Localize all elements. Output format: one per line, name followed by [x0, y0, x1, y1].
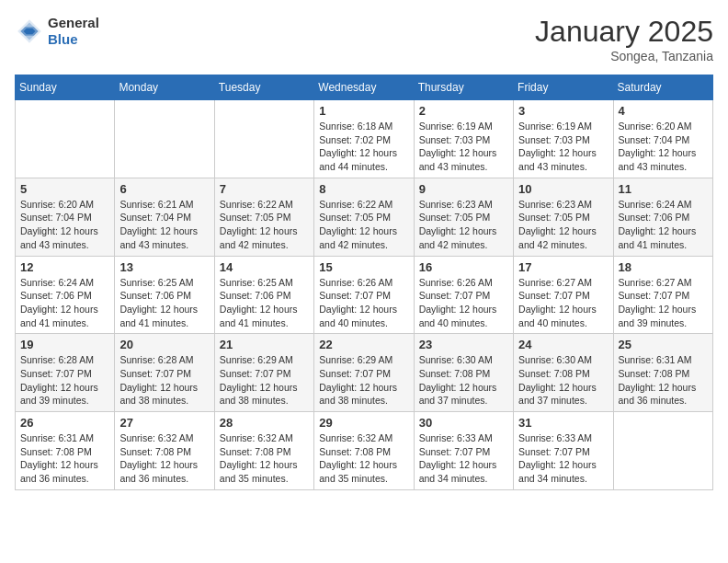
day-info: Sunrise: 6:26 AM Sunset: 7:07 PM Dayligh… — [319, 276, 408, 330]
day-number: 27 — [119, 416, 209, 430]
day-number: 28 — [220, 416, 309, 430]
day-number: 20 — [119, 338, 209, 351]
header-thursday: Thursday — [414, 75, 513, 100]
calendar-cell: 25Sunrise: 6:31 AM Sunset: 7:08 PM Dayli… — [613, 334, 712, 412]
header-saturday: Saturday — [613, 75, 712, 100]
calendar-week-1: 1Sunrise: 6:18 AM Sunset: 7:02 PM Daylig… — [16, 100, 713, 178]
day-info: Sunrise: 6:30 AM Sunset: 7:08 PM Dayligh… — [419, 353, 508, 408]
day-number: 18 — [619, 260, 708, 274]
month-title: January 2025 — [535, 15, 713, 49]
day-info: Sunrise: 6:29 AM Sunset: 7:07 PM Dayligh… — [319, 353, 408, 408]
day-number: 15 — [319, 260, 408, 274]
day-number: 22 — [319, 338, 408, 351]
day-number: 31 — [518, 416, 608, 430]
day-info: Sunrise: 6:26 AM Sunset: 7:07 PM Dayligh… — [419, 276, 508, 330]
day-info: Sunrise: 6:29 AM Sunset: 7:07 PM Dayligh… — [220, 353, 309, 408]
location: Songea, Tanzania — [535, 49, 713, 63]
day-number: 11 — [619, 182, 708, 196]
calendar-cell: 16Sunrise: 6:26 AM Sunset: 7:07 PM Dayli… — [414, 256, 513, 334]
day-info: Sunrise: 6:32 AM Sunset: 7:08 PM Dayligh… — [119, 431, 209, 486]
calendar-cell: 22Sunrise: 6:29 AM Sunset: 7:07 PM Dayli… — [314, 334, 414, 412]
calendar-cell: 19Sunrise: 6:28 AM Sunset: 7:07 PM Dayli… — [16, 334, 115, 412]
day-info: Sunrise: 6:27 AM Sunset: 7:07 PM Dayligh… — [619, 276, 708, 330]
calendar-cell: 6Sunrise: 6:21 AM Sunset: 7:04 PM Daylig… — [115, 178, 214, 256]
day-number: 13 — [119, 260, 209, 274]
day-info: Sunrise: 6:28 AM Sunset: 7:07 PM Dayligh… — [20, 353, 109, 408]
calendar-cell — [16, 100, 115, 178]
calendar-cell — [613, 412, 712, 490]
calendar-cell: 23Sunrise: 6:30 AM Sunset: 7:08 PM Dayli… — [414, 334, 513, 412]
day-info: Sunrise: 6:33 AM Sunset: 7:07 PM Dayligh… — [419, 431, 508, 486]
calendar-week-5: 26Sunrise: 6:31 AM Sunset: 7:08 PM Dayli… — [16, 412, 713, 490]
day-info: Sunrise: 6:24 AM Sunset: 7:06 PM Dayligh… — [20, 276, 109, 330]
calendar-cell: 30Sunrise: 6:33 AM Sunset: 7:07 PM Dayli… — [414, 412, 513, 490]
day-number: 8 — [319, 182, 408, 196]
header-monday: Monday — [115, 75, 214, 100]
calendar-cell: 1Sunrise: 6:18 AM Sunset: 7:02 PM Daylig… — [314, 100, 414, 178]
day-info: Sunrise: 6:22 AM Sunset: 7:05 PM Dayligh… — [220, 198, 309, 252]
day-info: Sunrise: 6:27 AM Sunset: 7:07 PM Dayligh… — [518, 276, 608, 330]
day-info: Sunrise: 6:23 AM Sunset: 7:05 PM Dayligh… — [419, 198, 508, 252]
day-number: 9 — [419, 182, 508, 196]
day-number: 23 — [419, 338, 508, 351]
calendar-cell: 7Sunrise: 6:22 AM Sunset: 7:05 PM Daylig… — [214, 178, 313, 256]
day-number: 25 — [619, 338, 708, 351]
day-number: 16 — [419, 260, 508, 274]
calendar-cell: 17Sunrise: 6:27 AM Sunset: 7:07 PM Dayli… — [514, 256, 613, 334]
calendar-cell: 4Sunrise: 6:20 AM Sunset: 7:04 PM Daylig… — [613, 100, 712, 178]
calendar-cell: 26Sunrise: 6:31 AM Sunset: 7:08 PM Dayli… — [16, 412, 115, 490]
day-number: 14 — [220, 260, 309, 274]
calendar-cell — [115, 100, 214, 178]
day-info: Sunrise: 6:24 AM Sunset: 7:06 PM Dayligh… — [619, 198, 708, 252]
logo-text: General Blue — [48, 15, 99, 48]
calendar-cell: 9Sunrise: 6:23 AM Sunset: 7:05 PM Daylig… — [414, 178, 513, 256]
day-info: Sunrise: 6:25 AM Sunset: 7:06 PM Dayligh… — [220, 276, 309, 330]
calendar-cell: 15Sunrise: 6:26 AM Sunset: 7:07 PM Dayli… — [314, 256, 414, 334]
logo-blue: Blue — [48, 31, 99, 48]
calendar-cell: 20Sunrise: 6:28 AM Sunset: 7:07 PM Dayli… — [115, 334, 214, 412]
calendar-cell: 11Sunrise: 6:24 AM Sunset: 7:06 PM Dayli… — [613, 178, 712, 256]
calendar-body: 1Sunrise: 6:18 AM Sunset: 7:02 PM Daylig… — [16, 100, 713, 490]
calendar-cell: 28Sunrise: 6:32 AM Sunset: 7:08 PM Dayli… — [214, 412, 313, 490]
day-number: 24 — [518, 338, 608, 351]
day-info: Sunrise: 6:20 AM Sunset: 7:04 PM Dayligh… — [619, 120, 708, 174]
calendar-cell: 29Sunrise: 6:32 AM Sunset: 7:08 PM Dayli… — [314, 412, 414, 490]
day-info: Sunrise: 6:23 AM Sunset: 7:05 PM Dayligh… — [518, 198, 608, 252]
calendar-cell: 2Sunrise: 6:19 AM Sunset: 7:03 PM Daylig… — [414, 100, 513, 178]
day-info: Sunrise: 6:25 AM Sunset: 7:06 PM Dayligh… — [119, 276, 209, 330]
calendar-cell: 14Sunrise: 6:25 AM Sunset: 7:06 PM Dayli… — [214, 256, 313, 334]
day-number: 7 — [220, 182, 309, 196]
header-wednesday: Wednesday — [314, 75, 414, 100]
calendar-week-4: 19Sunrise: 6:28 AM Sunset: 7:07 PM Dayli… — [16, 334, 713, 412]
logo: General Blue — [15, 15, 99, 48]
day-number: 21 — [220, 338, 309, 351]
calendar-cell: 13Sunrise: 6:25 AM Sunset: 7:06 PM Dayli… — [115, 256, 214, 334]
day-number: 6 — [119, 182, 209, 196]
calendar-cell: 18Sunrise: 6:27 AM Sunset: 7:07 PM Dayli… — [613, 256, 712, 334]
calendar-cell: 3Sunrise: 6:19 AM Sunset: 7:03 PM Daylig… — [514, 100, 613, 178]
calendar-cell: 21Sunrise: 6:29 AM Sunset: 7:07 PM Dayli… — [214, 334, 313, 412]
day-info: Sunrise: 6:30 AM Sunset: 7:08 PM Dayligh… — [518, 353, 608, 408]
title-block: January 2025 Songea, Tanzania — [535, 15, 713, 63]
day-info: Sunrise: 6:31 AM Sunset: 7:08 PM Dayligh… — [20, 431, 109, 486]
day-info: Sunrise: 6:31 AM Sunset: 7:08 PM Dayligh… — [619, 353, 708, 408]
calendar-table: Sunday Monday Tuesday Wednesday Thursday… — [15, 75, 713, 490]
calendar-header: Sunday Monday Tuesday Wednesday Thursday… — [16, 75, 713, 100]
header-friday: Friday — [514, 75, 613, 100]
day-info: Sunrise: 6:18 AM Sunset: 7:02 PM Dayligh… — [319, 120, 408, 174]
header-row: Sunday Monday Tuesday Wednesday Thursday… — [16, 75, 713, 100]
calendar-cell: 24Sunrise: 6:30 AM Sunset: 7:08 PM Dayli… — [514, 334, 613, 412]
day-info: Sunrise: 6:21 AM Sunset: 7:04 PM Dayligh… — [119, 198, 209, 252]
day-info: Sunrise: 6:20 AM Sunset: 7:04 PM Dayligh… — [20, 198, 109, 252]
day-number: 1 — [319, 104, 408, 118]
calendar-cell: 31Sunrise: 6:33 AM Sunset: 7:07 PM Dayli… — [514, 412, 613, 490]
day-number: 30 — [419, 416, 508, 430]
day-info: Sunrise: 6:33 AM Sunset: 7:07 PM Dayligh… — [518, 431, 608, 486]
logo-general: General — [48, 15, 99, 31]
header-tuesday: Tuesday — [214, 75, 313, 100]
calendar-cell: 5Sunrise: 6:20 AM Sunset: 7:04 PM Daylig… — [16, 178, 115, 256]
day-number: 10 — [518, 182, 608, 196]
calendar-cell: 27Sunrise: 6:32 AM Sunset: 7:08 PM Dayli… — [115, 412, 214, 490]
day-info: Sunrise: 6:22 AM Sunset: 7:05 PM Dayligh… — [319, 198, 408, 252]
calendar-cell: 8Sunrise: 6:22 AM Sunset: 7:05 PM Daylig… — [314, 178, 414, 256]
